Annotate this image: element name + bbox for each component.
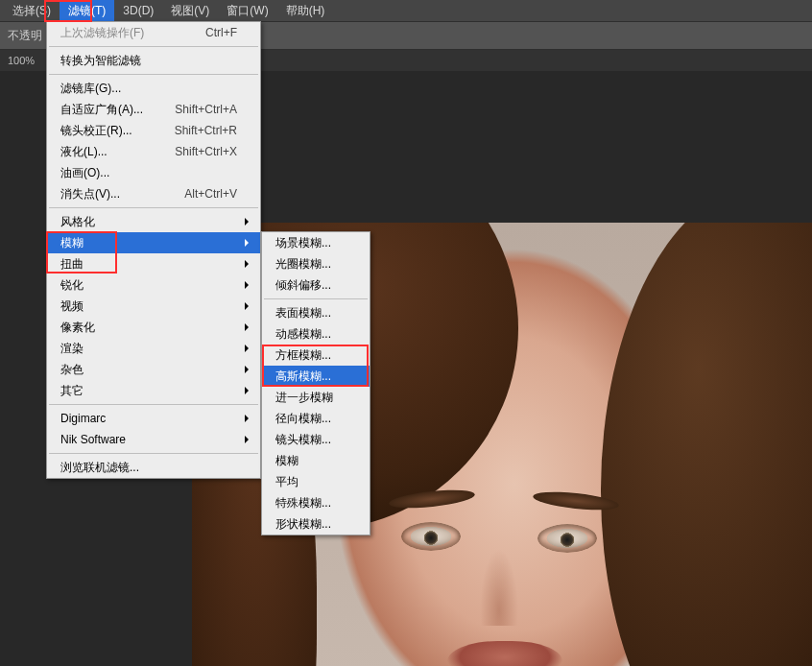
menu-select[interactable]: 选择(S) xyxy=(4,0,60,21)
blur-item-g2-4[interactable]: 进一步模糊 xyxy=(262,387,370,408)
blur-item-g1-0[interactable]: 场景模糊... xyxy=(262,232,370,253)
filter-category-7[interactable]: 杂色 xyxy=(47,359,260,380)
filter-category-1[interactable]: 模糊 xyxy=(47,232,260,253)
filter-category-6[interactable]: 渲染 xyxy=(47,338,260,359)
filter-item-4[interactable]: 油画(O)... xyxy=(47,162,260,183)
filter-category-5[interactable]: 像素化 xyxy=(47,317,260,338)
eye-right xyxy=(537,524,597,553)
zoom-level: 100% xyxy=(8,55,35,66)
blur-item-g2-0[interactable]: 表面模糊... xyxy=(262,302,370,323)
menu-view[interactable]: 视图(V) xyxy=(162,0,218,21)
separator xyxy=(49,453,258,454)
filter-category-0[interactable]: 风格化 xyxy=(47,211,260,232)
eyebrow-left xyxy=(388,487,475,511)
blur-item-g2-9[interactable]: 特殊模糊... xyxy=(262,492,370,513)
nose xyxy=(480,549,518,626)
blur-item-g2-6[interactable]: 镜头模糊... xyxy=(262,429,370,450)
blur-item-g2-1[interactable]: 动感模糊... xyxy=(262,323,370,345)
filter-category-3[interactable]: 锐化 xyxy=(47,274,260,296)
blur-item-g2-2[interactable]: 方框模糊... xyxy=(262,345,370,366)
menu-filter[interactable]: 滤镜(T) xyxy=(60,0,114,21)
menubar: 选择(S) 滤镜(T) 3D(D) 视图(V) 窗口(W) 帮助(H) xyxy=(0,0,812,22)
eye-left xyxy=(401,522,461,551)
filter-smart[interactable]: 转换为智能滤镜 xyxy=(47,50,260,71)
filter-item-5[interactable]: 消失点(V)...Alt+Ctrl+V xyxy=(47,183,260,204)
blur-item-g2-7[interactable]: 模糊 xyxy=(262,450,370,471)
blur-item-g2-8[interactable]: 平均 xyxy=(262,471,370,492)
opacity-label: 不透明 xyxy=(8,28,42,44)
filter-dropdown: 上次滤镜操作(F) Ctrl+F 转换为智能滤镜 滤镜库(G)...自适应广角(… xyxy=(46,21,261,479)
filter-item-3[interactable]: 液化(L)...Shift+Ctrl+X xyxy=(47,141,260,162)
filter-item-2[interactable]: 镜头校正(R)...Shift+Ctrl+R xyxy=(47,120,260,141)
lips xyxy=(447,641,562,666)
filter-browse-online[interactable]: 浏览联机滤镜... xyxy=(47,457,260,478)
blur-item-g1-2[interactable]: 倾斜偏移... xyxy=(262,274,370,296)
separator xyxy=(49,46,258,47)
separator xyxy=(49,207,258,208)
filter-category-8[interactable]: 其它 xyxy=(47,380,260,401)
filter-category-4[interactable]: 视频 xyxy=(47,296,260,317)
blur-submenu: 场景模糊...光圈模糊...倾斜偏移... 表面模糊...动感模糊...方框模糊… xyxy=(261,231,370,535)
filter-category-2[interactable]: 扭曲 xyxy=(47,253,260,274)
menu-window[interactable]: 窗口(W) xyxy=(218,0,276,21)
filter-item-0[interactable]: 滤镜库(G)... xyxy=(47,78,260,99)
filter-plugin-0[interactable]: Digimarc xyxy=(47,408,260,429)
menu-3d[interactable]: 3D(D) xyxy=(114,0,162,21)
eyebrow-right xyxy=(532,488,619,512)
separator xyxy=(49,74,258,75)
blur-item-g2-5[interactable]: 径向模糊... xyxy=(262,408,370,429)
menu-help[interactable]: 帮助(H) xyxy=(277,0,334,21)
separator xyxy=(264,298,368,299)
blur-item-g2-3[interactable]: 高斯模糊... xyxy=(262,366,370,387)
filter-last[interactable]: 上次滤镜操作(F) Ctrl+F xyxy=(47,22,260,43)
filter-plugin-1[interactable]: Nik Software xyxy=(47,429,260,450)
separator xyxy=(49,404,258,405)
filter-item-1[interactable]: 自适应广角(A)...Shift+Ctrl+A xyxy=(47,99,260,120)
blur-item-g2-10[interactable]: 形状模糊... xyxy=(262,513,370,535)
blur-item-g1-1[interactable]: 光圈模糊... xyxy=(262,253,370,274)
